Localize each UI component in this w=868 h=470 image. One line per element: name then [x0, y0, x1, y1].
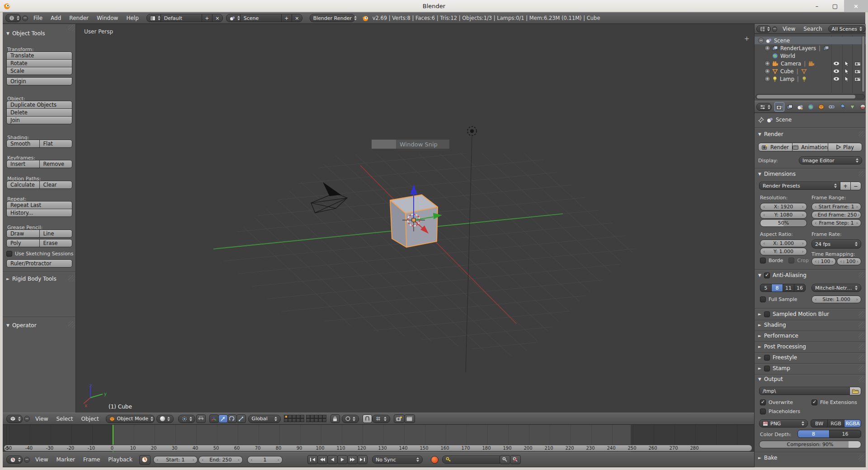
full-sample-checkbox[interactable]: [760, 296, 766, 302]
viewport-menu-view[interactable]: View: [31, 416, 52, 422]
add-layout-button[interactable]: +: [202, 14, 212, 22]
origin-button[interactable]: Origin: [6, 77, 72, 85]
properties-tab-world[interactable]: [806, 102, 816, 112]
layer-cell[interactable]: [314, 415, 318, 418]
sampled-motion-blur-checkbox[interactable]: [764, 311, 770, 317]
timeline-menu-frame[interactable]: Frame: [79, 456, 104, 463]
snap-element-dropdown[interactable]: [372, 415, 390, 423]
placeholders-checkbox[interactable]: [760, 409, 766, 414]
current-frame-field[interactable]: ‹1›: [247, 456, 283, 464]
viewport-menu-select[interactable]: Select: [52, 416, 77, 422]
timeline-menu-playback[interactable]: Playback: [104, 456, 137, 463]
ruler-protractor-button[interactable]: Ruler/Protractor: [6, 259, 72, 268]
timeline-menu-view[interactable]: View: [31, 456, 52, 463]
color-depth-16[interactable]: 16: [829, 430, 861, 438]
timeline-ruler[interactable]: -50-40-30-20-100102030405060708090100110…: [4, 445, 752, 451]
play-button[interactable]: [337, 455, 348, 464]
auto-keyframe-record-button[interactable]: [431, 456, 439, 464]
visibility-eye-icon[interactable]: [833, 61, 840, 66]
frame-start-field[interactable]: ‹Start: 1›: [153, 456, 198, 464]
renderable-camera-icon[interactable]: [854, 61, 861, 66]
antialiasing-panel-header[interactable]: ▼Anti-Aliasing: [758, 272, 807, 278]
transform-orientation-dropdown[interactable]: Global: [248, 415, 281, 423]
viewport-3d[interactable]: z y x User Persp (1) Cube Window Snip + …: [3, 24, 754, 413]
output-path-field[interactable]: /tmp\: [759, 387, 850, 395]
remove-button[interactable]: Remove: [39, 160, 73, 168]
manipulator-toggle-button[interactable]: [196, 414, 206, 423]
duplicate-objects-button[interactable]: Duplicate Objects: [6, 101, 72, 109]
previous-keyframe-button[interactable]: [317, 455, 328, 464]
color-mode-bw[interactable]: BW: [811, 419, 828, 428]
editor-type-outliner-dropdown[interactable]: [756, 25, 771, 33]
scale-manipulator-button[interactable]: [236, 414, 246, 423]
rigid-body-tools-panel-header[interactable]: ►Rigid Body Tools: [6, 276, 57, 282]
topbar-menu-window[interactable]: Window: [93, 15, 122, 21]
join-button[interactable]: Join: [6, 116, 72, 124]
panel-grip[interactable]: [859, 131, 865, 137]
insert-button[interactable]: Insert: [6, 160, 40, 168]
panel-grip[interactable]: [859, 322, 865, 328]
history-button[interactable]: History...: [6, 209, 72, 217]
end-frame-field[interactable]: ‹End Frame: 250›: [811, 211, 861, 219]
panel-grip[interactable]: [859, 171, 865, 177]
outliner-menu-search[interactable]: Search: [799, 26, 826, 32]
scene-name-field[interactable]: Scene: [240, 14, 282, 22]
insert-keyframe-button[interactable]: [500, 455, 510, 464]
antialiasing-checkbox[interactable]: [764, 273, 770, 278]
jump-to-start-button[interactable]: [307, 455, 318, 464]
expand-toggle[interactable]: +: [764, 45, 770, 51]
layer-cell[interactable]: [306, 418, 310, 422]
calculate-button[interactable]: Calculate: [6, 181, 40, 189]
outliner-item-cube[interactable]: + Cube |: [755, 67, 866, 75]
shading-panel-header[interactable]: ►Shading: [758, 322, 862, 328]
aspect-x-field[interactable]: ‹X: 1.000›: [760, 240, 807, 247]
flat-button[interactable]: Flat: [39, 140, 73, 148]
sync-mode-dropdown[interactable]: No Sync: [372, 456, 423, 464]
collapse-menus-button[interactable]: −: [24, 416, 30, 422]
visibility-eye-icon[interactable]: [833, 69, 840, 73]
delete-layout-button[interactable]: ×: [212, 14, 223, 22]
aspect-y-field[interactable]: ‹Y: 1.000›: [760, 248, 807, 255]
sampled-motion-blur-panel-header[interactable]: ►Sampled Motion Blur: [758, 311, 862, 317]
topbar-menu-add[interactable]: Add: [47, 15, 65, 21]
expand-toggle[interactable]: +: [764, 61, 770, 66]
editor-type-info-dropdown[interactable]: i: [5, 14, 21, 22]
layer-cell[interactable]: [322, 415, 326, 418]
layer-cell[interactable]: [284, 415, 288, 418]
outliner-vscrollbar[interactable]: [862, 36, 865, 92]
lamp-object[interactable]: [467, 127, 476, 136]
outliner-item-lamp[interactable]: + Lamp |: [755, 75, 866, 83]
delete-button[interactable]: Delete: [6, 108, 72, 117]
add-scene-button[interactable]: +: [281, 14, 292, 22]
resolution-x-field[interactable]: ‹X: 1920›: [760, 203, 807, 211]
outliner-item-camera[interactable]: + Camera |: [755, 60, 866, 67]
minimize-button[interactable]: –: [808, 0, 826, 12]
viewport-menu-object[interactable]: Object: [77, 416, 103, 422]
panel-grip[interactable]: [68, 321, 75, 328]
editor-type-3dview-dropdown[interactable]: [6, 415, 23, 423]
manipulator-axes-button[interactable]: [209, 414, 219, 423]
layer-cell[interactable]: [322, 418, 326, 422]
remap-old-field[interactable]: ‹: 100›: [811, 258, 836, 265]
play-reverse-button[interactable]: [327, 455, 338, 464]
panel-grip[interactable]: [859, 376, 865, 382]
selectable-cursor-icon[interactable]: [844, 68, 849, 74]
panel-grip[interactable]: [859, 354, 865, 361]
compression-slider[interactable]: Compression: 90%: [759, 441, 861, 448]
render-engine-dropdown[interactable]: Blender Render: [310, 14, 355, 22]
erase-button[interactable]: Erase: [39, 239, 73, 247]
panel-grip[interactable]: [859, 311, 865, 317]
performance-panel-header[interactable]: ►Performance: [758, 333, 862, 339]
crop-checkbox[interactable]: [788, 258, 794, 263]
aa-size-field[interactable]: ‹Size: 1.000›: [811, 296, 861, 303]
layer-cell[interactable]: [306, 415, 310, 418]
resolution-percentage-slider[interactable]: 50%: [760, 219, 807, 227]
delete-scene-button[interactable]: ×: [292, 14, 302, 22]
editor-type-properties-dropdown[interactable]: [756, 103, 772, 111]
stamp-panel-header[interactable]: ►Stamp: [758, 365, 862, 371]
pin-icon[interactable]: [758, 117, 764, 123]
bake-panel-header[interactable]: ►Bake: [758, 455, 777, 461]
freestyle-panel-header[interactable]: ►Freestyle: [758, 354, 862, 361]
topbar-menu-help[interactable]: Help: [122, 15, 142, 21]
layer-cell[interactable]: [314, 418, 318, 422]
